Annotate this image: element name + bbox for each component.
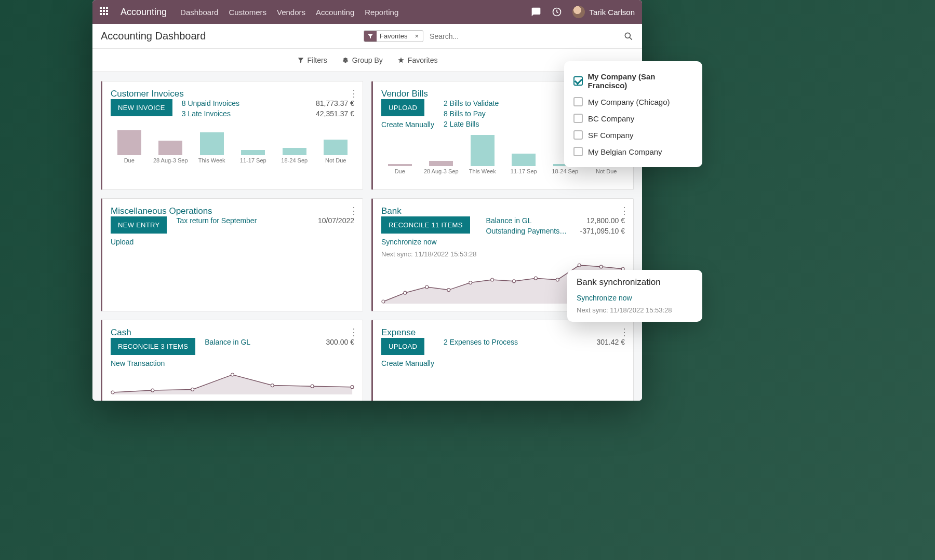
popover-title: Bank synchronization	[577, 277, 693, 288]
kebab-icon[interactable]	[349, 205, 357, 215]
upload-button[interactable]: UPLOAD	[381, 338, 424, 355]
checkbox[interactable]	[573, 130, 583, 140]
cash-sparkline	[111, 373, 354, 394]
svg-point-9	[534, 277, 537, 280]
company-label: BC Company	[588, 114, 634, 123]
link-balance-gl[interactable]: Balance in GL	[486, 216, 532, 225]
value: 301.42 €	[597, 338, 625, 346]
star-icon	[397, 57, 405, 64]
svg-point-17	[231, 373, 234, 376]
bar-label: 11-17 Sep	[240, 157, 266, 163]
card-title[interactable]: Expense	[381, 327, 416, 337]
link-expenses-process[interactable]: 2 Expenses to Process	[444, 338, 518, 346]
card-title[interactable]: Vendor Bills	[381, 89, 428, 99]
topbar: Accounting Dashboard Customers Vendors A…	[92, 0, 642, 24]
link-unpaid-invoices[interactable]: 8 Unpaid Invoices	[182, 99, 239, 107]
tag-close-icon[interactable]: ×	[410, 31, 423, 42]
card-cash: Cash RECONCILE 3 ITEMS New Transaction B…	[101, 320, 363, 401]
checkbox[interactable]	[573, 147, 583, 156]
bar-label: Not Due	[325, 157, 346, 163]
svg-point-4	[425, 285, 429, 289]
company-option[interactable]: SF Company	[573, 127, 693, 143]
checkbox[interactable]	[573, 97, 583, 106]
company-option[interactable]: My Company (San Francisco)	[573, 69, 693, 93]
company-option[interactable]: BC Company	[573, 110, 693, 127]
group-by-button[interactable]: Group By	[342, 56, 383, 64]
link-balance-gl[interactable]: Balance in GL	[205, 338, 250, 346]
kebab-icon[interactable]	[349, 88, 357, 98]
card-misc-operations: Miscellaneous Operations NEW ENTRY Uploa…	[101, 198, 363, 311]
checkbox[interactable]	[573, 114, 583, 123]
search-input[interactable]	[428, 29, 619, 44]
upload-button[interactable]: UPLOAD	[381, 99, 424, 116]
bar-label: 11-17 Sep	[511, 168, 537, 174]
svg-point-15	[151, 389, 154, 392]
card-title[interactable]: Customer Invoices	[111, 89, 184, 99]
favorites-button[interactable]: Favorites	[397, 56, 438, 64]
messages-icon[interactable]	[531, 7, 541, 17]
apps-icon[interactable]	[100, 7, 110, 17]
page-title: Accounting Dashboard	[101, 30, 206, 42]
kebab-icon[interactable]	[620, 326, 628, 337]
card-title[interactable]: Cash	[111, 327, 131, 337]
bar-label: Not Due	[596, 168, 617, 174]
reconcile-button[interactable]: RECONCILE 3 ITEMS	[111, 338, 195, 355]
link-tax-return[interactable]: Tax return for September	[176, 216, 257, 225]
search-icon[interactable]	[623, 31, 634, 42]
link-outstanding[interactable]: Outstanding Payments…	[486, 227, 567, 235]
nav-reporting[interactable]: Reporting	[365, 8, 398, 17]
upload-link[interactable]: Upload	[111, 238, 133, 246]
synchronize-now-link[interactable]: Synchronize now	[381, 238, 437, 246]
value: -371,095.10 €	[580, 227, 625, 235]
company-option[interactable]: My Company (Chicago)	[573, 93, 693, 110]
activity-icon[interactable]	[552, 7, 562, 17]
bar-label: Due	[395, 168, 405, 174]
nav-customers[interactable]: Customers	[229, 8, 266, 17]
reconcile-button[interactable]: RECONCILE 11 ITEMS	[381, 216, 470, 234]
funnel-icon	[297, 57, 304, 64]
next-sync-text: Next sync: 11/18/2022 15:53:28	[381, 250, 477, 258]
company-label: My Belgian Company	[588, 147, 662, 156]
link-bills-validate[interactable]: 2 Bills to Validate	[444, 99, 499, 107]
synchronize-now-link[interactable]: Synchronize now	[577, 294, 693, 302]
svg-point-11	[578, 264, 581, 267]
new-invoice-button[interactable]: NEW INVOICE	[111, 99, 172, 116]
new-entry-button[interactable]: NEW ENTRY	[111, 216, 167, 234]
create-manually-link[interactable]: Create Manually	[381, 359, 434, 367]
user-menu[interactable]: Tarik Carlson	[572, 6, 635, 18]
new-transaction-link[interactable]: New Transaction	[111, 359, 165, 367]
nav-vendors[interactable]: Vendors	[277, 8, 305, 17]
value: 42,351.37 €	[316, 110, 354, 118]
company-label: My Company (Chicago)	[588, 98, 670, 106]
app-title: Accounting	[121, 7, 167, 18]
link-bills-pay[interactable]: 8 Bills to Pay	[444, 110, 486, 118]
card-customer-invoices: Customer Invoices NEW INVOICE 8 Unpaid I…	[101, 81, 363, 190]
create-manually-link[interactable]: Create Manually	[381, 120, 434, 129]
kebab-icon[interactable]	[620, 205, 628, 215]
svg-point-5	[447, 289, 450, 292]
kebab-icon[interactable]	[349, 326, 357, 337]
link-late-bills[interactable]: 2 Late Bills	[444, 120, 479, 128]
search-tag-favorites[interactable]: Favorites ×	[364, 30, 423, 42]
search-bar: Favorites ×	[364, 29, 634, 44]
customer-invoices-chart: Due28 Aug-3 SepThis Week11-17 Sep18-24 S…	[111, 127, 354, 163]
value: 300.00 €	[326, 338, 355, 346]
card-title[interactable]: Bank	[381, 206, 402, 216]
layers-icon	[342, 57, 349, 64]
card-title[interactable]: Miscellaneous Operations	[111, 206, 212, 216]
nav-accounting[interactable]: Accounting	[316, 8, 354, 17]
avatar	[572, 6, 585, 18]
svg-point-14	[111, 391, 114, 394]
subheader: Accounting Dashboard Favorites ×	[92, 24, 642, 49]
filters-button[interactable]: Filters	[297, 56, 327, 64]
checkbox[interactable]	[573, 76, 583, 86]
tag-label: Favorites	[377, 31, 410, 42]
company-label: My Company (San Francisco)	[588, 72, 693, 90]
svg-point-19	[311, 385, 314, 388]
svg-point-16	[191, 388, 194, 391]
value: 12,800.00 €	[586, 216, 625, 225]
svg-point-10	[556, 278, 559, 281]
company-option[interactable]: My Belgian Company	[573, 143, 693, 160]
link-late-invoices[interactable]: 3 Late Invoices	[182, 110, 231, 118]
nav-dashboard[interactable]: Dashboard	[180, 8, 218, 17]
